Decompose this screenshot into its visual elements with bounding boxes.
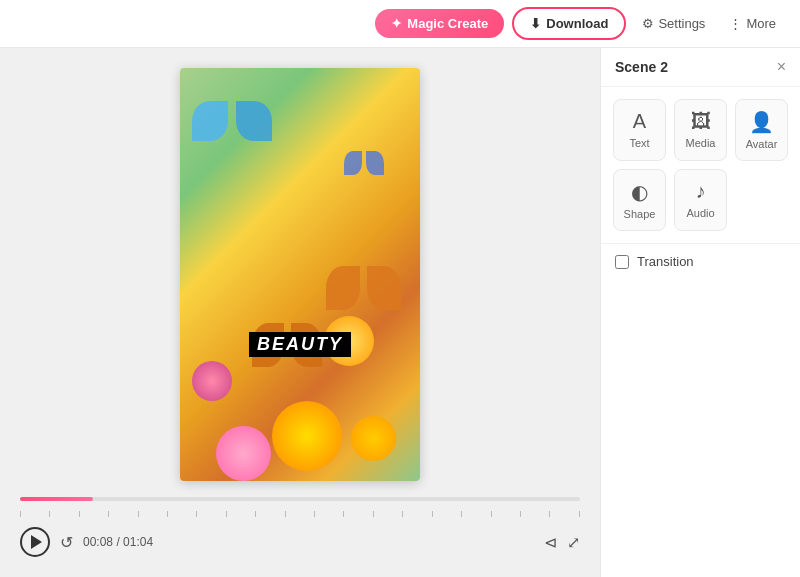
canvas-area: BEAUTY — [0, 48, 600, 577]
wing-left-blue — [192, 101, 228, 141]
main-area: BEAUTY — [0, 48, 800, 577]
butterfly-small — [344, 151, 384, 181]
magic-create-button[interactable]: ✦ Magic Create — [375, 9, 504, 38]
tick — [402, 511, 403, 517]
progress-fill — [20, 497, 93, 501]
panel-close-button[interactable]: × — [777, 58, 786, 76]
total-time: 01:04 — [123, 535, 153, 549]
tick — [461, 511, 462, 517]
playback-row: ↺ 00:08 / 01:04 ⊲ ⤢ — [20, 527, 580, 557]
flower-2 — [216, 426, 271, 481]
controls-bar: ↺ 00:08 / 01:04 ⊲ ⤢ — [20, 497, 580, 557]
tool-media[interactable]: 🖼 Media — [674, 99, 727, 161]
more-label: More — [746, 16, 776, 31]
download-button-wrapper: ⬇ Download — [512, 7, 626, 40]
butterfly-orange — [326, 266, 401, 321]
transition-row: Transition — [601, 243, 800, 279]
tick — [343, 511, 344, 517]
audio-tool-label: Audio — [686, 207, 714, 219]
tick — [373, 511, 374, 517]
panel-header: Scene 2 × — [601, 48, 800, 87]
replay-button[interactable]: ↺ — [60, 533, 73, 552]
tick — [432, 511, 433, 517]
media-tool-icon: 🖼 — [691, 110, 711, 133]
more-button[interactable]: ⋮ More — [721, 10, 784, 37]
tick — [491, 511, 492, 517]
tool-audio[interactable]: ♪ Audio — [674, 169, 727, 231]
tick — [314, 511, 315, 517]
right-panel: Scene 2 × A Text 🖼 Media 👤 Avatar ◐ Shap — [600, 48, 800, 577]
current-time: 00:08 — [83, 535, 113, 549]
tick — [549, 511, 550, 517]
audio-tool-icon: ♪ — [696, 180, 706, 203]
progress-track[interactable] — [20, 497, 580, 501]
tick — [108, 511, 109, 517]
tick — [579, 511, 580, 517]
tick — [255, 511, 256, 517]
tick — [196, 511, 197, 517]
avatar-tool-label: Avatar — [746, 138, 778, 150]
tools-grid: A Text 🖼 Media 👤 Avatar ◐ Shape ♪ Audio — [601, 87, 800, 243]
transition-checkbox[interactable] — [615, 255, 629, 269]
panel-title: Scene 2 — [615, 59, 668, 75]
shape-tool-icon: ◐ — [631, 180, 648, 204]
download-button[interactable]: ⬇ Download — [516, 11, 622, 36]
wing-right-small — [366, 151, 384, 175]
play-button[interactable] — [20, 527, 50, 557]
tool-text[interactable]: A Text — [613, 99, 666, 161]
text-tool-label: Text — [629, 137, 649, 149]
share-icon: ⊲ — [544, 534, 557, 551]
download-icon: ⬇ — [530, 16, 541, 31]
tick — [79, 511, 80, 517]
media-tool-label: Media — [686, 137, 716, 149]
butterfly-blue — [192, 101, 272, 151]
video-canvas: BEAUTY — [180, 68, 420, 481]
flower-3 — [351, 416, 396, 461]
transition-label: Transition — [637, 254, 694, 269]
tick — [285, 511, 286, 517]
text-tool-icon: A — [633, 110, 646, 133]
playback-left: ↺ 00:08 / 01:04 — [20, 527, 153, 557]
fullscreen-button[interactable]: ⤢ — [567, 533, 580, 552]
wing-left-orange — [326, 266, 360, 310]
magic-plus-icon: ✦ — [391, 16, 402, 31]
replay-icon: ↺ — [60, 534, 73, 551]
settings-icon: ⚙ — [642, 16, 654, 31]
tick — [226, 511, 227, 517]
flower-4 — [192, 361, 232, 401]
share-button[interactable]: ⊲ — [544, 533, 557, 552]
header: ✦ Magic Create ⬇ Download ⚙ Settings ⋮ M… — [0, 0, 800, 48]
time-display: 00:08 / 01:04 — [83, 535, 153, 549]
more-icon: ⋮ — [729, 16, 742, 31]
settings-label: Settings — [658, 16, 705, 31]
settings-button[interactable]: ⚙ Settings — [634, 10, 713, 37]
tool-avatar[interactable]: 👤 Avatar — [735, 99, 788, 161]
tick — [20, 511, 21, 517]
play-icon — [31, 535, 42, 549]
progress-ticks — [20, 509, 580, 519]
tick — [138, 511, 139, 517]
shape-tool-label: Shape — [624, 208, 656, 220]
tool-shape[interactable]: ◐ Shape — [613, 169, 666, 231]
beauty-overlay-text: BEAUTY — [249, 332, 351, 357]
flower-1 — [272, 401, 342, 471]
video-preview: BEAUTY — [180, 68, 420, 481]
tick — [520, 511, 521, 517]
wing-right-orange — [367, 266, 401, 310]
tick — [49, 511, 50, 517]
avatar-tool-icon: 👤 — [749, 110, 774, 134]
wing-left-small — [344, 151, 362, 175]
playback-right: ⊲ ⤢ — [544, 533, 580, 552]
magic-create-label: Magic Create — [407, 16, 488, 31]
download-label: Download — [546, 16, 608, 31]
tick — [167, 511, 168, 517]
wing-right-blue — [236, 101, 272, 141]
fullscreen-icon: ⤢ — [567, 534, 580, 551]
